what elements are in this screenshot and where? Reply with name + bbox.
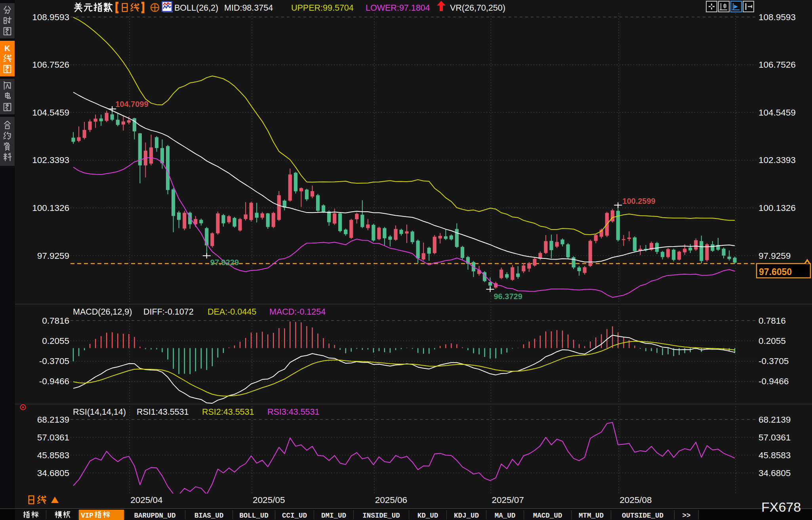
svg-text:-0.3705: -0.3705 — [39, 356, 69, 366]
svg-text:0.2055: 0.2055 — [759, 336, 786, 346]
svg-text:RSI3:43.5531: RSI3:43.5531 — [267, 407, 320, 417]
svg-text:2025/08: 2025/08 — [619, 495, 652, 505]
svg-text:2025/07: 2025/07 — [492, 495, 524, 505]
svg-text:MACD(26,12,9): MACD(26,12,9) — [73, 307, 132, 317]
svg-text:INSIDE_UD: INSIDE_UD — [362, 512, 400, 520]
svg-text:2025/05: 2025/05 — [253, 495, 285, 505]
svg-text:>>: >> — [682, 512, 690, 520]
svg-text:KD_UD: KD_UD — [417, 512, 438, 520]
svg-text:106.7526: 106.7526 — [759, 60, 796, 70]
svg-text:108.9593: 108.9593 — [32, 12, 69, 22]
svg-text:-0.3705: -0.3705 — [759, 356, 789, 366]
svg-text:BIAS_UD: BIAS_UD — [194, 512, 224, 520]
svg-text:LOWER:97.1804: LOWER:97.1804 — [366, 3, 430, 13]
svg-text:RSI(14,14,14): RSI(14,14,14) — [73, 407, 126, 417]
svg-text:97.6050: 97.6050 — [759, 267, 792, 277]
svg-text:97.9259: 97.9259 — [759, 251, 791, 261]
svg-text:MACD:-0.1254: MACD:-0.1254 — [269, 307, 326, 317]
svg-text:2025/06: 2025/06 — [375, 495, 407, 505]
svg-text:OUTSIDE_UD: OUTSIDE_UD — [622, 512, 663, 520]
svg-text:-0.9466: -0.9466 — [39, 376, 69, 386]
svg-text:2025/04: 2025/04 — [130, 495, 162, 505]
svg-text:KDJ_UD: KDJ_UD — [454, 512, 479, 520]
svg-text:34.6805: 34.6805 — [37, 468, 69, 478]
svg-text:RSI2:43.5531: RSI2:43.5531 — [202, 407, 254, 417]
svg-text:VIP: VIP — [81, 512, 93, 520]
svg-text:MA_UD: MA_UD — [495, 512, 516, 520]
svg-text:104.5459: 104.5459 — [759, 108, 796, 118]
svg-text:0.2055: 0.2055 — [42, 336, 69, 346]
svg-text:0.7816: 0.7816 — [759, 316, 786, 326]
svg-text:106.7526: 106.7526 — [32, 60, 69, 70]
svg-text:108.9593: 108.9593 — [759, 12, 796, 22]
svg-text:DIFF:-0.1072: DIFF:-0.1072 — [143, 307, 194, 317]
svg-text:UPPER:99.5704: UPPER:99.5704 — [291, 3, 354, 13]
svg-text:34.6805: 34.6805 — [759, 468, 791, 478]
svg-text:100.1326: 100.1326 — [759, 203, 796, 213]
svg-text:0.7816: 0.7816 — [42, 316, 69, 326]
svg-text:45.8583: 45.8583 — [759, 450, 791, 460]
svg-text:57.0361: 57.0361 — [37, 433, 69, 442]
svg-text:DEA:-0.0445: DEA:-0.0445 — [208, 307, 256, 317]
svg-text:BOLL(26,2): BOLL(26,2) — [174, 3, 218, 13]
svg-text:104.7099: 104.7099 — [115, 100, 148, 108]
svg-text:97.9229: 97.9229 — [210, 258, 239, 267]
svg-text:CCI_UD: CCI_UD — [282, 512, 307, 520]
svg-text:45.8583: 45.8583 — [37, 450, 69, 460]
svg-text:DMI_UD: DMI_UD — [321, 512, 346, 520]
svg-text:MTM_UD: MTM_UD — [579, 512, 604, 520]
svg-text:FX678: FX678 — [761, 499, 801, 514]
svg-text:96.3729: 96.3729 — [494, 292, 522, 301]
svg-text:RSI1:43.5531: RSI1:43.5531 — [137, 407, 189, 417]
svg-text:68.2139: 68.2139 — [759, 415, 791, 425]
svg-text:-0.9466: -0.9466 — [759, 376, 789, 386]
svg-text:102.3393: 102.3393 — [32, 155, 69, 165]
svg-text:104.5459: 104.5459 — [32, 108, 69, 118]
svg-text:MID:98.3754: MID:98.3754 — [224, 3, 273, 13]
svg-text:100.2599: 100.2599 — [622, 197, 655, 205]
svg-text:68.2139: 68.2139 — [37, 415, 69, 425]
svg-text:BOLL_UD: BOLL_UD — [239, 512, 269, 520]
svg-text:K: K — [4, 44, 10, 53]
svg-text:VR(26,70,250): VR(26,70,250) — [450, 3, 505, 13]
svg-text:97.9259: 97.9259 — [37, 251, 69, 261]
svg-text:102.3393: 102.3393 — [759, 155, 796, 165]
svg-text:MACD_UD: MACD_UD — [533, 512, 562, 520]
svg-text:57.0361: 57.0361 — [759, 433, 791, 442]
svg-text:BARUPDN_UD: BARUPDN_UD — [134, 512, 175, 520]
svg-text:100.1326: 100.1326 — [32, 203, 69, 213]
